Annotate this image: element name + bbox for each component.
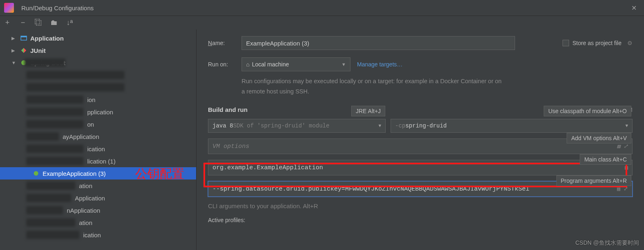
- main-class-input[interactable]: org.example.ExampleApplication ▤: [208, 160, 633, 175]
- tree-leaf[interactable]: ication: [0, 229, 196, 241]
- main-class-tooltip: Main class Alt+C: [580, 154, 631, 165]
- jre-dropdown[interactable]: java 8 SDK of 'spring-druid' module ▼: [208, 119, 386, 133]
- tree-leaf[interactable]: on: [0, 118, 196, 130]
- store-as-project-file-checkbox[interactable]: [563, 40, 569, 46]
- spring-boot-icon: [32, 170, 40, 177]
- chevron-right-icon: ▶: [11, 48, 17, 53]
- store-label: Store as project file: [572, 40, 621, 46]
- run-on-dropdown[interactable]: ⌂ Local machine ▼: [242, 57, 350, 71]
- remove-config-button[interactable]: −: [19, 18, 27, 27]
- history-icon[interactable]: ▤: [617, 143, 620, 150]
- tree-label: Application: [30, 35, 64, 42]
- history-icon[interactable]: ▤: [625, 164, 628, 171]
- tree-leaf[interactable]: ayApplication: [0, 130, 196, 143]
- cli-hint: CLI arguments to your application. Alt+R: [208, 202, 633, 209]
- tree-leaf[interactable]: [0, 81, 196, 93]
- run-on-hint: Run configurations may be executed local…: [242, 76, 504, 96]
- tree-label: JUnit: [30, 47, 46, 54]
- intellij-logo-icon: [4, 3, 14, 13]
- tree-leaf[interactable]: nApplication: [0, 204, 196, 216]
- svg-point-3: [34, 171, 38, 176]
- tree-leaf[interactable]: ion: [0, 93, 196, 106]
- home-icon: ⌂: [246, 61, 249, 68]
- tree-leaf[interactable]: ication: [0, 143, 196, 155]
- tree-leaf[interactable]: ation: [0, 216, 196, 229]
- tree-leaf[interactable]: pplication: [0, 106, 196, 118]
- close-icon[interactable]: ✕: [628, 4, 640, 12]
- tree-node-junit[interactable]: ▶ JUnit: [0, 44, 196, 57]
- run-on-label: Run on:: [208, 61, 242, 68]
- manage-targets-link[interactable]: Manage targets…: [357, 61, 402, 68]
- junit-icon: [20, 47, 28, 54]
- tree-leaf[interactable]: [0, 69, 196, 81]
- history-icon[interactable]: ▤: [617, 186, 620, 192]
- configurations-toolbar: + − ⿻ 🖿 ↓ª: [0, 16, 644, 30]
- watermark: CSDN @鱼找水需要时间: [575, 239, 639, 247]
- add-config-button[interactable]: +: [3, 18, 11, 27]
- active-profiles-label: Active profiles:: [208, 217, 290, 223]
- tree-node-application[interactable]: ▶ Application: [0, 32, 196, 44]
- chevron-down-icon: ▼: [625, 123, 628, 128]
- annotation-label: 公钥配置: [135, 166, 184, 182]
- save-folder-button[interactable]: 🖿: [50, 18, 58, 27]
- title-bar: Run/Debug Configurations ✕: [0, 0, 644, 16]
- chevron-down-icon: ▼: [378, 123, 381, 128]
- name-label: Name:: [208, 40, 242, 46]
- gear-icon[interactable]: ⚙: [627, 40, 633, 46]
- expand-icon[interactable]: ⤢: [624, 186, 628, 192]
- application-icon: [20, 35, 28, 41]
- configurations-tree[interactable]: ▶ Application ▶ JUnit ▼ Spring Boot: [0, 30, 197, 250]
- name-input[interactable]: [242, 36, 515, 50]
- chevron-right-icon: ▶: [11, 36, 17, 41]
- chevron-down-icon: ▼: [341, 62, 346, 67]
- tree-leaf[interactable]: Application: [0, 192, 196, 204]
- sort-button[interactable]: ↓ª: [66, 18, 74, 27]
- classpath-tooltip: Use classpath of module Alt+O: [544, 106, 631, 116]
- jre-tooltip: JRE Alt+J: [351, 106, 385, 116]
- configuration-editor: Name: Store as project file ⚙ Run on: ⌂ …: [197, 30, 644, 250]
- classpath-dropdown[interactable]: -cp spring-druid ▼: [391, 119, 633, 133]
- chevron-down-icon: ▼: [11, 60, 17, 65]
- window-title: Run/Debug Configurations: [21, 5, 94, 11]
- tree-node-spring-boot[interactable]: ▼ Spring Boot: [0, 57, 196, 69]
- vm-tooltip: Add VM options Alt+V: [567, 133, 631, 143]
- svg-rect-1: [21, 36, 27, 37]
- expand-icon[interactable]: ⤢: [624, 143, 628, 150]
- args-tooltip: Program arguments Alt+R: [556, 175, 631, 186]
- copy-config-button[interactable]: ⿻: [34, 18, 43, 27]
